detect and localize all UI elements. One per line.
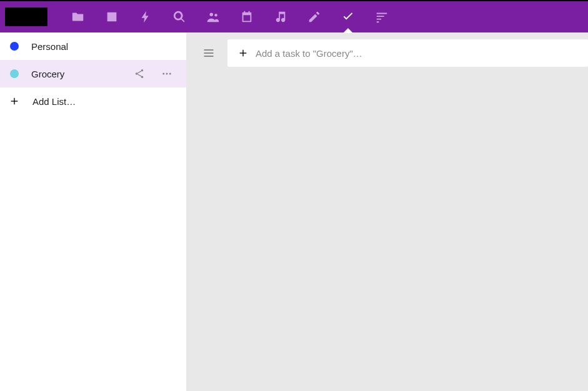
top-nav-bar	[0, 0, 588, 32]
sidebar-lists: Personal Grocery Add List…	[0, 32, 186, 391]
share-icon	[134, 68, 145, 79]
music-note-icon	[274, 10, 287, 24]
more-dots-icon	[161, 68, 172, 79]
add-task-field[interactable]	[227, 39, 588, 67]
add-task-input[interactable]	[256, 40, 587, 66]
toggle-sidebar-button[interactable]	[196, 41, 221, 66]
nav-sort[interactable]	[365, 1, 399, 32]
share-list-button[interactable]	[129, 63, 150, 84]
hamburger-icon	[202, 47, 215, 59]
main-panel	[186, 32, 588, 391]
image-icon	[105, 10, 119, 24]
svg-point-6	[162, 73, 164, 75]
plus-icon	[233, 43, 253, 63]
sort-lines-icon	[375, 10, 389, 24]
nav-calendar[interactable]	[230, 1, 264, 32]
nav-search[interactable]	[162, 1, 196, 32]
svg-point-7	[166, 73, 168, 75]
nav-tasks[interactable]	[331, 1, 365, 32]
svg-point-8	[169, 73, 171, 75]
svg-point-3	[141, 69, 143, 71]
search-circle-icon	[172, 10, 186, 24]
check-icon	[341, 10, 355, 24]
workspace: Personal Grocery Add List…	[0, 32, 588, 391]
bolt-icon	[139, 10, 152, 24]
nav-files[interactable]	[61, 1, 95, 32]
list-color-dot	[10, 69, 19, 78]
nav-music[interactable]	[264, 1, 297, 32]
svg-point-2	[214, 14, 217, 16]
svg-point-1	[210, 13, 214, 16]
svg-point-0	[109, 14, 111, 16]
sidebar-list-label: Grocery	[31, 69, 122, 79]
add-list-button[interactable]: Add List…	[0, 87, 186, 115]
nav-contacts[interactable]	[196, 1, 230, 32]
sidebar-list-personal[interactable]: Personal	[0, 32, 186, 60]
svg-point-5	[141, 76, 143, 78]
nav-activity[interactable]	[129, 1, 162, 32]
nav-photos[interactable]	[95, 1, 129, 32]
pencil-icon	[307, 10, 321, 24]
list-more-button[interactable]	[156, 63, 177, 84]
svg-point-4	[136, 72, 137, 74]
add-list-label: Add List…	[32, 96, 76, 107]
task-input-bar	[186, 32, 588, 74]
sidebar-list-grocery[interactable]: Grocery	[0, 60, 186, 87]
calendar-icon	[240, 10, 254, 24]
sidebar-list-label: Personal	[31, 41, 177, 52]
plus-icon	[9, 96, 20, 107]
app-logo[interactable]	[5, 7, 47, 26]
nav-notes[interactable]	[297, 1, 331, 32]
people-icon	[206, 10, 220, 24]
list-color-dot	[10, 42, 19, 51]
folder-icon	[71, 10, 85, 24]
